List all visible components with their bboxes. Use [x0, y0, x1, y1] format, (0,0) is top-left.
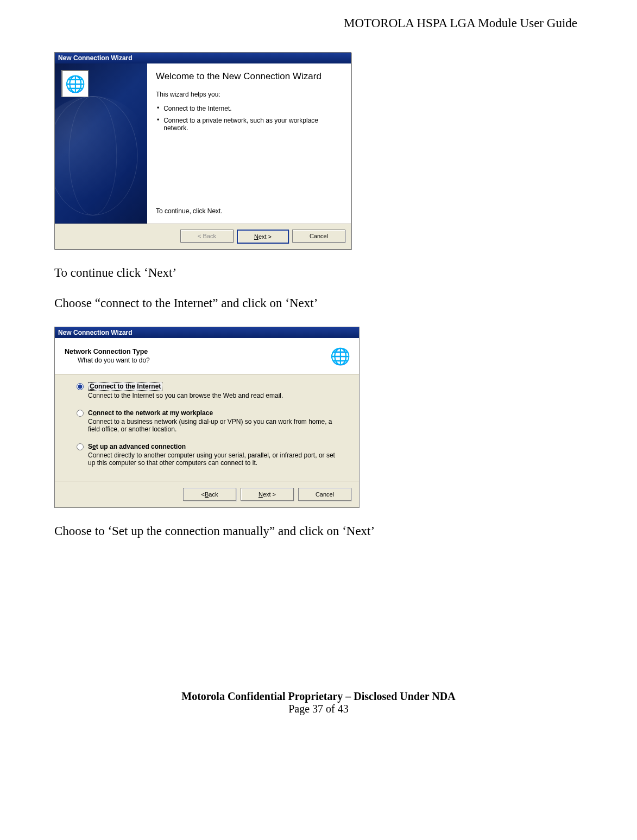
option-connect-internet[interactable]: Connect to the Internet Connect to the I… — [77, 382, 337, 399]
dialog-header: Network Connection Type What do you want… — [55, 338, 359, 374]
dialog-content: Welcome to the New Connection Wizard Thi… — [147, 63, 351, 224]
dialog-titlebar: New Connection Wizard — [55, 53, 351, 63]
footer-confidential: Motorola Confidential Proprietary – Disc… — [54, 690, 583, 703]
option-label: Connect to the Internet — [88, 382, 162, 391]
next-button[interactable]: Next > — [237, 230, 289, 244]
option-description: Connect directly to another computer usi… — [88, 451, 337, 467]
wizard-type-dialog: New Connection Wizard Network Connection… — [54, 327, 360, 508]
page-footer: Motorola Confidential Proprietary – Disc… — [54, 690, 583, 715]
dialog-heading: Network Connection Type — [65, 348, 327, 355]
radio-advanced-connection[interactable] — [77, 443, 84, 450]
next-button[interactable]: Next > — [241, 488, 294, 501]
cancel-button[interactable]: Cancel — [292, 230, 345, 243]
wizard-sidebar-graphic: 🌐 — [55, 63, 147, 224]
option-label: Set up an advanced connection — [88, 443, 186, 450]
option-advanced-connection[interactable]: Set up an advanced connection Connect di… — [77, 443, 337, 467]
helps-intro: This wizard helps you: — [156, 91, 342, 98]
page-title: MOTOROLA HSPA LGA Module User Guide — [54, 16, 583, 30]
dialog-body: 🌐 Welcome to the New Connection Wizard T… — [55, 63, 351, 224]
connection-type-options: Connect to the Internet Connect to the I… — [55, 374, 359, 481]
radio-connect-internet[interactable] — [77, 383, 84, 390]
bullet-internet: Connect to the Internet. — [156, 105, 342, 112]
continue-hint: To continue, click Next. — [156, 207, 342, 215]
dialog-titlebar: New Connection Wizard — [55, 327, 359, 338]
option-description: Connect to the Internet so you can brows… — [88, 392, 337, 399]
bullet-private-network: Connect to a private network, such as yo… — [156, 117, 342, 132]
wizard-welcome-dialog: New Connection Wizard 🌐 Welcome to the N… — [54, 52, 351, 250]
back-button: < Back — [180, 230, 234, 243]
option-connect-workplace[interactable]: Connect to the network at my workplace C… — [77, 409, 337, 433]
option-description: Connect to a business network (using dia… — [88, 418, 337, 433]
globe-icon: 🌐 — [327, 343, 352, 368]
cancel-button[interactable]: Cancel — [298, 488, 351, 501]
body-paragraph-1: To continue click ‘Next’ — [54, 266, 583, 280]
footer-page-number: Page 37 of 43 — [54, 703, 583, 715]
dialog-button-row: < Back Next > Cancel — [55, 224, 351, 249]
dialog-button-row: < Back Next > Cancel — [55, 481, 359, 507]
dialog-subheading: What do you want to do? — [78, 357, 327, 364]
wizard-heading: Welcome to the New Connection Wizard — [156, 71, 342, 82]
globe-icon: 🌐 — [61, 70, 89, 97]
radio-connect-workplace[interactable] — [77, 410, 84, 417]
option-label: Connect to the network at my workplace — [88, 409, 213, 417]
back-button[interactable]: < Back — [183, 488, 236, 501]
body-paragraph-2: Choose “connect to the Internet” and cli… — [54, 296, 583, 310]
body-paragraph-3: Choose to ‘Set up the connection manuall… — [54, 524, 583, 538]
